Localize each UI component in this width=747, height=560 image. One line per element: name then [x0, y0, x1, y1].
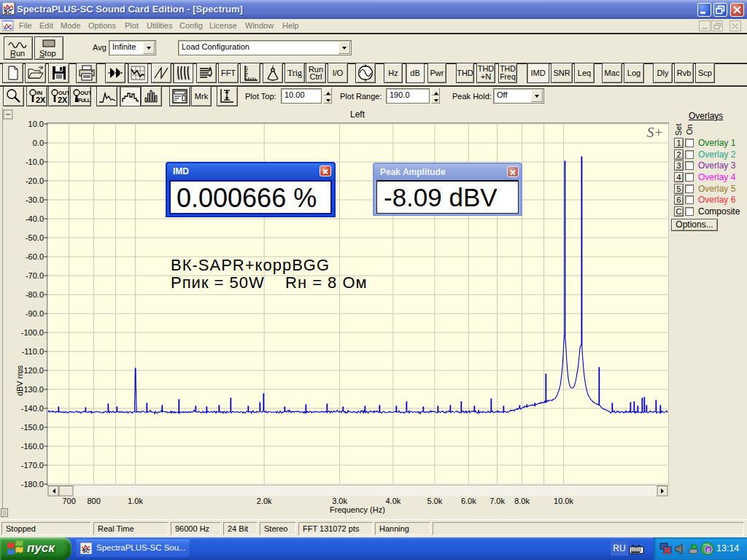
svg-text:-50.0: -50.0 [26, 233, 44, 242]
svg-text:-140.0: -140.0 [21, 404, 44, 413]
svg-text:SC: SC [82, 548, 90, 553]
svg-text:-20.0: -20.0 [26, 176, 44, 185]
svg-text:-120.0: -120.0 [21, 366, 44, 375]
svg-text:700: 700 [62, 497, 75, 505]
svg-text:5.0k: 5.0k [427, 497, 442, 505]
svg-text:Frequency (Hz): Frequency (Hz) [330, 505, 385, 514]
svg-text:-90.0: -90.0 [26, 309, 44, 318]
svg-text:OUT: OUT [80, 90, 90, 96]
svg-text:4.0k: 4.0k [386, 497, 401, 505]
svg-text:800: 800 [87, 497, 100, 505]
svg-text:8: 8 [707, 547, 711, 553]
svg-text:3.0k: 3.0k [332, 497, 347, 505]
svg-text:Stop: Stop [39, 49, 56, 58]
svg-text:FULL: FULL [78, 98, 90, 103]
svg-text:dBV rms: dBV rms [15, 365, 24, 396]
svg-text:-80.0: -80.0 [26, 290, 44, 299]
svg-text:8.0k: 8.0k [514, 497, 530, 505]
svg-text:-40.0: -40.0 [26, 214, 44, 223]
svg-text:-60.0: -60.0 [26, 252, 44, 261]
svg-text:-70.0: -70.0 [26, 271, 44, 280]
svg-text:Run: Run [10, 49, 25, 58]
svg-text:-160.0: -160.0 [21, 442, 44, 451]
svg-text:-30.0: -30.0 [26, 195, 44, 204]
svg-text:S+: S+ [647, 125, 663, 140]
svg-text:-10.0: -10.0 [26, 158, 44, 166]
svg-text:1.0k: 1.0k [128, 497, 143, 505]
svg-text:-130.0: -130.0 [21, 385, 44, 394]
svg-text:Left: Left [350, 109, 365, 120]
svg-text:10.0k: 10.0k [554, 497, 573, 505]
svg-text:2X: 2X [36, 96, 46, 104]
svg-text:Рпик = 50W: Рпик = 50W [171, 273, 265, 292]
svg-text:-110.0: -110.0 [22, 347, 44, 356]
svg-text:2X: 2X [58, 96, 68, 104]
svg-text:-180.0: -180.0 [21, 480, 44, 489]
svg-text:-170.0: -170.0 [21, 461, 44, 470]
svg-text:0.0: 0.0 [33, 139, 44, 147]
svg-text:10.0: 10.0 [28, 120, 44, 128]
svg-text:On: On [685, 124, 694, 135]
svg-text:-150.0: -150.0 [21, 423, 44, 432]
svg-text:Set: Set [674, 123, 683, 136]
svg-text:6.0k: 6.0k [461, 497, 476, 505]
svg-text:Rн = 8 Ом: Rн = 8 Ом [285, 273, 368, 292]
svg-text:2.0k: 2.0k [257, 497, 272, 505]
svg-text:7.0k: 7.0k [489, 497, 505, 505]
svg-text:SC: SC [4, 9, 12, 15]
svg-text:-100.0: -100.0 [21, 328, 44, 337]
svg-text:ВК-SAPR+коррBGG: ВК-SAPR+коррBGG [171, 256, 330, 274]
